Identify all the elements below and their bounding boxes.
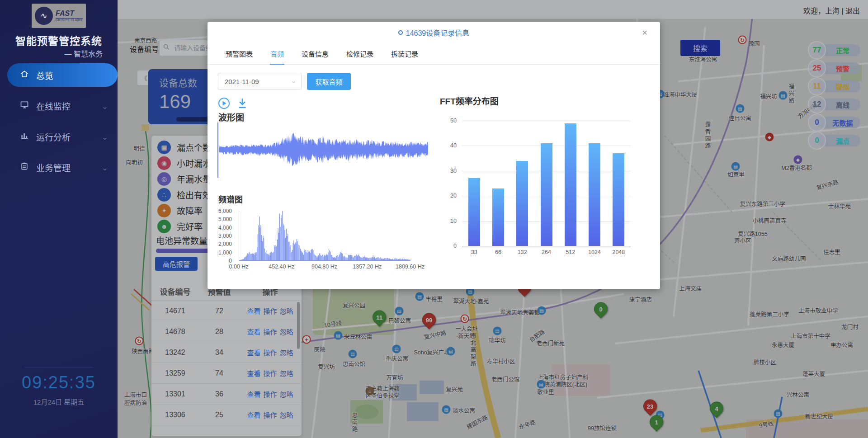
app-title: 智能预警管控系统 (0, 33, 118, 48)
y-tick-label: 20 (450, 193, 457, 199)
y-tick-label: 2,000 (218, 241, 232, 247)
x-tick-label: 904.80 Hz (311, 264, 337, 270)
waveform-axis (217, 122, 218, 178)
chevron-down-icon (102, 165, 108, 174)
sidebar-item-label: 总览 (36, 69, 53, 81)
play-audio-icon[interactable] (218, 97, 230, 111)
tab-disassembly-records[interactable]: 拆装记录 (391, 49, 419, 64)
y-tick-label: 0 (453, 243, 457, 249)
x-tick-label: 33 (462, 249, 486, 255)
logo: ∿ FAST GROUPE CLAIRE (32, 4, 86, 28)
tab-audio[interactable]: 音频 (270, 49, 284, 64)
sidebar-item-label: 在线监控 (36, 100, 71, 112)
x-tick-label: 264 (534, 249, 558, 255)
sidebar-item-label: 运行分析 (36, 131, 71, 143)
download-audio-icon[interactable] (236, 97, 248, 111)
waveform-chart (219, 124, 428, 175)
chevron-down-icon (102, 103, 108, 113)
tab-repair-records[interactable]: 检修记录 (346, 49, 374, 64)
x-tick-label: 1809.60 Hz (396, 264, 425, 270)
gridline (462, 246, 631, 246)
x-tick-label: 1357.20 Hz (353, 264, 382, 270)
fft-bar (565, 123, 576, 246)
sidebar: ∿ FAST GROUPE CLAIRE 智能预警管控系统 — 智慧水务 总览 … (0, 0, 118, 438)
y-tick-label: 5,000 (218, 216, 232, 222)
fft-bar (492, 188, 504, 246)
record-icon (398, 30, 403, 35)
y-tick-label: 10 (450, 218, 457, 224)
fft-y-axis: 01020304050 (440, 121, 459, 246)
device-record-modal: 14639设备记录信息 × 预警图表 音频 设备信息 检修记录 拆装记录 202… (208, 22, 660, 289)
bar-chart-icon (20, 131, 29, 142)
close-icon[interactable]: × (642, 28, 647, 37)
logo-wave-icon: ∿ (35, 7, 53, 25)
clipboard-icon (20, 162, 29, 173)
logo-brand-sub: GROUPE CLAIRE (56, 18, 83, 22)
x-tick-label: 66 (486, 249, 510, 255)
x-tick-label: 0.00 Hz (229, 264, 248, 270)
y-tick-label: 40 (450, 142, 457, 149)
sidebar-item-business[interactable]: 业务管理 (7, 155, 118, 179)
app-subtitle: — 智慧水务 (65, 48, 103, 59)
modal-body: 2021-11-09 获取音频 波形图 (208, 65, 660, 289)
modal-tabs: 预警图表 音频 设备信息 检修记录 拆装记录 (208, 43, 660, 65)
tab-device-info[interactable]: 设备信息 (301, 49, 329, 64)
fft-bar (468, 178, 480, 246)
y-tick-label: 6,000 (218, 208, 232, 214)
y-tick-label: 3,000 (218, 233, 232, 239)
date-select[interactable]: 2021-11-09 (218, 73, 302, 90)
logo-brand: FAST (56, 10, 83, 17)
x-tick-label: 2048 (607, 249, 631, 255)
x-tick-label: 132 (510, 249, 534, 255)
sidebar-item-analysis[interactable]: 运行分析 (7, 125, 118, 148)
y-tick-label: 30 (450, 168, 457, 174)
home-icon (20, 70, 29, 81)
fft-bar (516, 161, 528, 246)
clock-time: 09:25:35 (0, 373, 118, 392)
tab-warning-charts[interactable]: 预警图表 (225, 49, 253, 64)
gridline (462, 121, 631, 121)
fft-bar (589, 143, 600, 246)
clock-date: 12月24日 星期五 (0, 397, 118, 406)
y-tick-label: 1,000 (218, 250, 232, 256)
y-tick-label: 50 (450, 118, 457, 124)
x-tick-label: 1024 (582, 249, 606, 255)
divider (24, 367, 93, 367)
spectrum-y-axis: 01,0002,0003,0004,0005,0006,000 (208, 211, 235, 261)
fft-title: FFT频率分布图 (440, 94, 499, 107)
waveform-title: 波形图 (218, 111, 244, 123)
chevron-down-icon (102, 134, 108, 144)
spectrum-x-axis: 0.00 Hz452.40 Hz904.80 Hz1357.20 Hz1809.… (239, 264, 410, 271)
modal-title: 14639设备记录信息 (406, 27, 470, 38)
spectrum-title: 频谱图 (218, 193, 243, 205)
fft-bar (541, 143, 552, 246)
app-window: ∿ FAST GROUPE CLAIRE 智能预警管控系统 — 智慧水务 总览 … (0, 0, 868, 438)
y-tick-label: 4,000 (218, 225, 232, 231)
modal-titlebar: 14639设备记录信息 × (208, 22, 660, 43)
monitor-icon (20, 100, 29, 112)
chevron-down-icon (291, 79, 297, 86)
sidebar-menu: 总览 在线监控 运行分析 (0, 63, 118, 186)
spectrum-chart (239, 211, 410, 261)
sidebar-item-label: 业务管理 (36, 161, 71, 174)
sidebar-item-overview[interactable]: 总览 (7, 63, 118, 87)
fetch-audio-button[interactable]: 获取音频 (307, 73, 351, 90)
sidebar-clock: 09:25:35 12月24日 星期五 (0, 367, 118, 406)
fft-bar (613, 153, 624, 246)
fft-bar-chart (462, 121, 631, 246)
sidebar-item-online-monitoring[interactable]: 在线监控 (7, 94, 118, 118)
main-area: 南京西路豫园东淮海公寓淮海中华大厦福兴坊方浜中路露香园路佳日公寓福兴路如意里M2… (118, 0, 868, 438)
x-tick-label: 512 (558, 249, 582, 255)
x-tick-label: 452.40 Hz (269, 264, 294, 270)
y-tick-label: 0 (229, 258, 232, 264)
